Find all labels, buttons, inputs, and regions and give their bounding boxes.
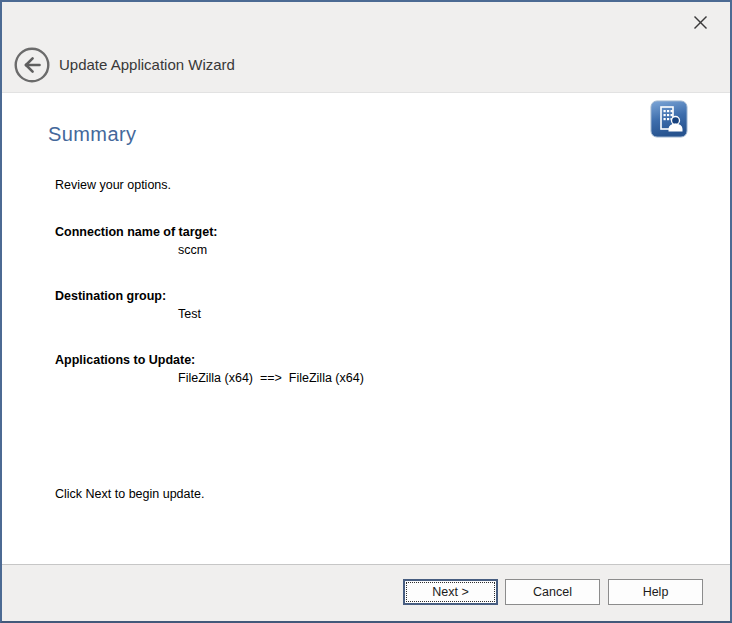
next-button[interactable]: Next > [403,579,498,605]
wizard-page: Summary [2,93,730,563]
back-arrow-icon [13,46,51,84]
applications-to-update-label: Applications to Update: [55,353,195,367]
destination-group-value: Test [178,307,201,321]
applications-to-update-value: FileZilla (x64) ==> FileZilla (x64) [178,371,364,385]
help-button[interactable]: Help [608,579,703,605]
close-button[interactable] [688,10,712,34]
cancel-button[interactable]: Cancel [505,579,600,605]
wizard-header: Update Application Wizard [2,2,730,93]
wizard-window: Update Application Wizard Summary [0,0,732,623]
page-title: Summary [48,123,136,146]
button-bar: Next > Cancel Help [2,564,730,621]
wizard-title: Update Application Wizard [59,56,235,73]
connection-name-label: Connection name of target: [55,225,218,239]
next-instruction-text: Click Next to begin update. [55,487,204,501]
connection-name-value: sccm [178,243,207,257]
close-icon [692,14,709,31]
intro-text: Review your options. [55,178,171,192]
destination-group-label: Destination group: [55,289,166,303]
back-button[interactable] [13,46,51,84]
application-user-icon [650,100,688,138]
